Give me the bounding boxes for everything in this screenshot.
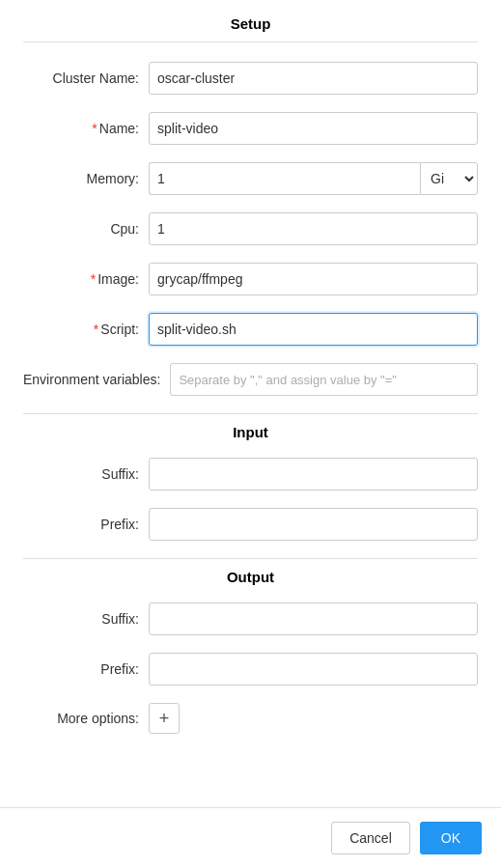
cluster-name-label: Cluster Name: [23, 70, 149, 86]
more-options-label: More options: [23, 711, 149, 726]
cluster-name-input[interactable] [149, 62, 478, 95]
output-section-title: Output [23, 558, 478, 585]
memory-unit-select[interactable]: Gi Mi Ti [420, 162, 478, 195]
script-row: *Script: [23, 313, 478, 346]
input-suffix-row: Suffix: [23, 458, 478, 490]
name-row: *Name: [23, 112, 478, 145]
ok-button[interactable]: OK [420, 822, 482, 854]
image-label: *Image: [23, 271, 149, 287]
cpu-input[interactable] [149, 212, 478, 245]
cpu-label: Cpu: [23, 221, 149, 237]
required-star-image: * [91, 271, 96, 287]
input-prefix-input[interactable] [149, 508, 478, 541]
cancel-button[interactable]: Cancel [331, 822, 410, 854]
input-prefix-row: Prefix: [23, 508, 478, 541]
content-area: Setup Cluster Name: *Name: Memory: Gi Mi… [0, 0, 501, 807]
output-suffix-row: Suffix: [23, 602, 478, 635]
name-label: *Name: [23, 121, 149, 136]
output-prefix-input[interactable] [149, 653, 478, 686]
cpu-row: Cpu: [23, 212, 478, 245]
output-suffix-input[interactable] [149, 602, 478, 635]
memory-input[interactable] [149, 162, 420, 195]
image-input[interactable] [149, 263, 478, 295]
script-label: *Script: [23, 322, 149, 337]
page-container: Setup Cluster Name: *Name: Memory: Gi Mi… [0, 0, 501, 868]
footer-bar: Cancel OK [0, 807, 501, 868]
add-more-options-button[interactable]: + [149, 703, 180, 734]
memory-label: Memory: [23, 171, 149, 186]
output-prefix-label: Prefix: [23, 661, 149, 677]
env-vars-input[interactable] [170, 363, 478, 396]
image-row: *Image: [23, 263, 478, 295]
name-input[interactable] [149, 112, 478, 145]
memory-row: Memory: Gi Mi Ti [23, 162, 478, 195]
more-options-row: More options: + [23, 703, 478, 734]
memory-input-group: Gi Mi Ti [149, 162, 478, 195]
input-suffix-input[interactable] [149, 458, 478, 490]
input-prefix-label: Prefix: [23, 517, 149, 532]
setup-title: Setup [23, 15, 478, 42]
script-input[interactable] [149, 313, 478, 346]
env-vars-label: Environment variables: [23, 372, 170, 387]
input-suffix-label: Suffix: [23, 466, 149, 482]
cluster-name-row: Cluster Name: [23, 62, 478, 95]
output-prefix-row: Prefix: [23, 653, 478, 686]
env-vars-row: Environment variables: [23, 363, 478, 396]
output-suffix-label: Suffix: [23, 611, 149, 627]
input-section-title: Input [23, 413, 478, 440]
required-star-script: * [94, 322, 98, 337]
required-star-name: * [92, 121, 97, 136]
